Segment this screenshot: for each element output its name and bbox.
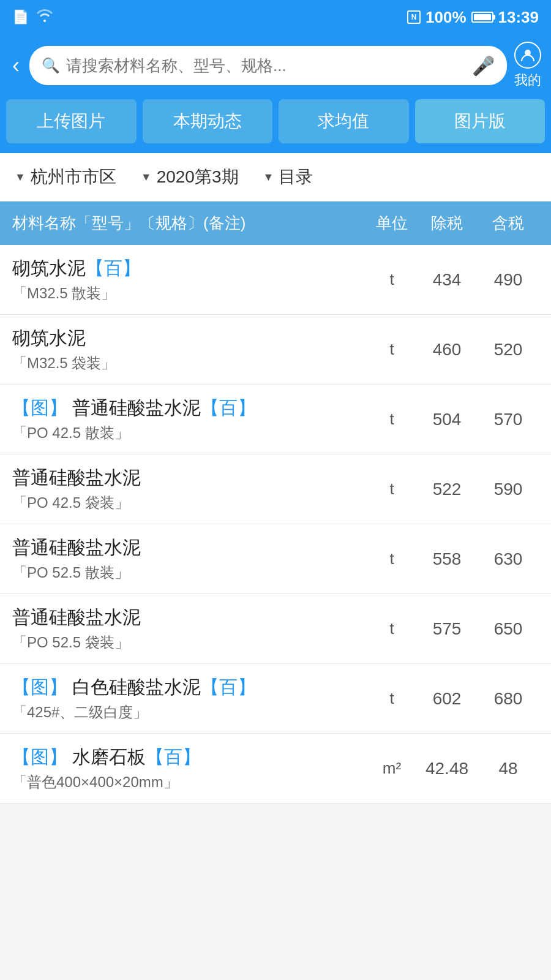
picture-button[interactable]: 图片版 <box>415 99 545 143</box>
row-excl-price: 460 <box>416 340 478 360</box>
row-spec: 「PO 52.5 袋装」 <box>12 633 367 652</box>
row-unit: m² <box>367 759 416 778</box>
row-incl-price: 520 <box>478 340 539 360</box>
row-name-col: 砌筑水泥 「M32.5 袋装」 <box>12 326 367 373</box>
catalog-arrow-icon: ▼ <box>263 171 274 184</box>
table-row[interactable]: 砌筑水泥 「M32.5 袋装」 t 460 520 <box>0 315 551 385</box>
filter-catalog-label: 目录 <box>279 165 313 189</box>
battery-icon <box>471 12 493 23</box>
row-main-name: 【图】 白色硅酸盐水泥【百】 <box>12 675 367 699</box>
row-excl-price: 575 <box>416 619 478 639</box>
bai-tag: 【百】 <box>146 747 201 767</box>
row-incl-price: 48 <box>478 759 539 778</box>
row-excl-price: 602 <box>416 689 478 709</box>
row-spec: 「M32.5 散装」 <box>12 284 367 303</box>
profile-label: 我的 <box>514 71 541 89</box>
row-incl-price: 490 <box>478 270 539 290</box>
clock: 13:39 <box>498 8 539 27</box>
row-excl-price: 558 <box>416 549 478 569</box>
row-unit: t <box>367 480 416 499</box>
table-row[interactable]: 【图】 水磨石板【百】 「普色400×400×20mm」 m² 42.48 48 <box>0 734 551 804</box>
status-left-icons: 📄 <box>12 9 53 26</box>
row-spec: 「PO 42.5 袋装」 <box>12 493 367 513</box>
table-body: 砌筑水泥【百】 「M32.5 散装」 t 434 490 砌筑水泥 「M32.5… <box>0 245 551 804</box>
bai-tag: 【百】 <box>201 677 256 697</box>
row-main-name: 【图】 水磨石板【百】 <box>12 745 367 769</box>
filter-region[interactable]: ▼ 杭州市市区 <box>15 165 116 189</box>
profile-icon <box>514 42 541 69</box>
row-excl-price: 504 <box>416 410 478 429</box>
row-name-col: 【图】 白色硅酸盐水泥【百】 「425#、二级白度」 <box>12 675 367 722</box>
col-excl-header: 除税 <box>416 213 478 234</box>
row-name-col: 普通硅酸盐水泥 「PO 52.5 袋装」 <box>12 605 367 652</box>
nfc-icon: N <box>407 10 421 24</box>
row-spec: 「425#、二级白度」 <box>12 703 367 722</box>
action-buttons: 上传图片 本期动态 求均值 图片版 <box>0 99 551 153</box>
table-row[interactable]: 普通硅酸盐水泥 「PO 52.5 散装」 t 558 630 <box>0 524 551 594</box>
img-tag: 【图】 <box>12 677 67 697</box>
filter-catalog[interactable]: ▼ 目录 <box>263 165 313 189</box>
bai-tag: 【百】 <box>201 398 256 418</box>
row-unit: t <box>367 410 416 429</box>
row-excl-price: 522 <box>416 480 478 499</box>
row-excl-price: 42.48 <box>416 759 478 778</box>
row-main-name: 普通硅酸盐水泥 <box>12 466 367 489</box>
row-name-col: 【图】 水磨石板【百】 「普色400×400×20mm」 <box>12 745 367 792</box>
profile-area[interactable]: 我的 <box>514 42 541 89</box>
row-name-col: 【图】 普通硅酸盐水泥【百】 「PO 42.5 散装」 <box>12 396 367 443</box>
table-row[interactable]: 普通硅酸盐水泥 「PO 52.5 袋装」 t 575 650 <box>0 594 551 664</box>
wifi-icon <box>36 9 53 26</box>
row-name-col: 砌筑水泥【百】 「M32.5 散装」 <box>12 256 367 303</box>
upload-button[interactable]: 上传图片 <box>6 99 137 143</box>
status-right-info: N 100% 13:39 <box>407 8 539 27</box>
search-input[interactable] <box>66 56 466 75</box>
row-name-col: 普通硅酸盐水泥 「PO 52.5 散装」 <box>12 535 367 582</box>
row-unit: t <box>367 340 416 359</box>
row-main-name: 普通硅酸盐水泥 <box>12 605 367 629</box>
mic-icon[interactable]: 🎤 <box>472 55 495 77</box>
search-bar[interactable]: 🔍 🎤 <box>29 46 507 85</box>
row-incl-price: 570 <box>478 410 539 429</box>
region-arrow-icon: ▼ <box>15 171 26 184</box>
row-incl-price: 650 <box>478 619 539 639</box>
col-incl-header: 含税 <box>478 213 539 234</box>
row-main-name: 【图】 普通硅酸盐水泥【百】 <box>12 396 367 420</box>
table-row[interactable]: 砌筑水泥【百】 「M32.5 散装」 t 434 490 <box>0 245 551 315</box>
filter-period[interactable]: ▼ 2020第3期 <box>141 165 239 189</box>
table-header: 材料名称「型号」〔规格〕(备注) 单位 除税 含税 <box>0 202 551 245</box>
col-name-header: 材料名称「型号」〔规格〕(备注) <box>12 213 367 234</box>
row-spec: 「PO 42.5 散装」 <box>12 423 367 443</box>
dynamics-button[interactable]: 本期动态 <box>143 99 273 143</box>
col-unit-header: 单位 <box>367 213 416 234</box>
search-icon: 🔍 <box>42 57 60 74</box>
average-button[interactable]: 求均值 <box>279 99 409 143</box>
row-incl-price: 590 <box>478 480 539 499</box>
img-tag: 【图】 <box>12 747 67 767</box>
row-unit: t <box>367 270 416 289</box>
status-bar: 📄 N 100% 13:39 <box>0 0 551 34</box>
table-row[interactable]: 普通硅酸盐水泥 「PO 42.5 袋装」 t 522 590 <box>0 454 551 524</box>
row-spec: 「PO 52.5 散装」 <box>12 563 367 582</box>
row-unit: t <box>367 619 416 638</box>
row-incl-price: 630 <box>478 549 539 569</box>
row-unit: t <box>367 549 416 568</box>
img-tag: 【图】 <box>12 398 67 418</box>
bai-tag: 【百】 <box>86 258 141 278</box>
filter-bar: ▼ 杭州市市区 ▼ 2020第3期 ▼ 目录 <box>0 153 551 202</box>
row-spec: 「M32.5 袋装」 <box>12 353 367 373</box>
row-incl-price: 680 <box>478 689 539 709</box>
row-main-name: 砌筑水泥 <box>12 326 367 350</box>
table-row[interactable]: 【图】 普通硅酸盐水泥【百】 「PO 42.5 散装」 t 504 570 <box>0 385 551 454</box>
row-main-name: 砌筑水泥【百】 <box>12 256 367 280</box>
filter-period-label: 2020第3期 <box>157 165 239 189</box>
row-spec: 「普色400×400×20mm」 <box>12 772 367 792</box>
file-icon: 📄 <box>12 9 29 25</box>
back-button[interactable]: ‹ <box>10 55 22 77</box>
period-arrow-icon: ▼ <box>141 171 152 184</box>
table-row[interactable]: 【图】 白色硅酸盐水泥【百】 「425#、二级白度」 t 602 680 <box>0 664 551 734</box>
row-name-col: 普通硅酸盐水泥 「PO 42.5 袋装」 <box>12 466 367 513</box>
battery-percent: 100% <box>425 8 467 27</box>
header: ‹ 🔍 🎤 我的 <box>0 34 551 99</box>
row-unit: t <box>367 689 416 708</box>
filter-region-label: 杭州市市区 <box>31 165 116 189</box>
